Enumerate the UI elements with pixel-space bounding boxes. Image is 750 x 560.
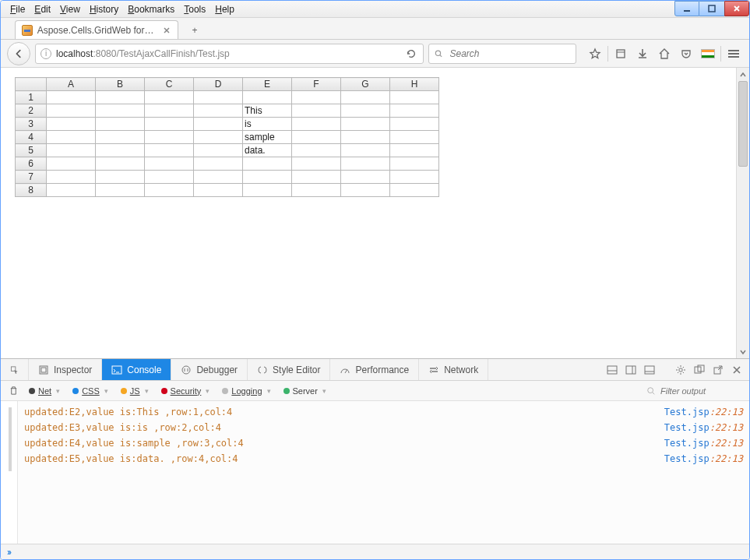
window-minimize-button[interactable]: [674, 1, 699, 16]
menu-help[interactable]: Help: [210, 4, 239, 15]
cell-F5[interactable]: [292, 144, 341, 157]
console-log-source-link[interactable]: Test.jsp:22:13: [664, 453, 743, 464]
grid-corner[interactable]: [16, 78, 47, 91]
column-header-H[interactable]: H: [390, 78, 439, 91]
cell-D4[interactable]: [194, 131, 243, 144]
console-clear-button[interactable]: [5, 386, 21, 396]
cell-H5[interactable]: [390, 144, 439, 157]
cell-C2[interactable]: [145, 104, 194, 118]
window-maximize-button[interactable]: [699, 1, 724, 16]
cell-H3[interactable]: [390, 118, 439, 131]
devtools-dock-split-button[interactable]: [606, 364, 618, 376]
cell-C1[interactable]: [145, 91, 194, 104]
cell-C6[interactable]: [145, 157, 194, 171]
cell-E3[interactable]: is: [243, 118, 292, 131]
cell-E7[interactable]: [243, 171, 292, 184]
cell-D2[interactable]: [194, 104, 243, 118]
cell-A7[interactable]: [47, 171, 96, 184]
cell-H7[interactable]: [390, 171, 439, 184]
cell-B8[interactable]: [96, 184, 145, 197]
console-log-source-link[interactable]: Test.jsp:22:13: [664, 407, 743, 417]
cell-C4[interactable]: [145, 131, 194, 144]
cell-H1[interactable]: [390, 91, 439, 104]
browser-tab[interactable]: Aspose.Cells.GridWeb for J...: [15, 20, 178, 39]
devtools-tab-network[interactable]: Network: [419, 359, 488, 380]
library-button[interactable]: [611, 44, 630, 63]
cell-B1[interactable]: [96, 91, 145, 104]
downloads-button[interactable]: [633, 44, 652, 63]
browser-search-input[interactable]: [449, 48, 572, 60]
devtools-popout-button[interactable]: [712, 364, 724, 376]
column-header-B[interactable]: B: [96, 78, 145, 91]
cell-D7[interactable]: [194, 171, 243, 184]
cell-G2[interactable]: [341, 104, 390, 118]
cell-F2[interactable]: [292, 104, 341, 118]
devtools-dock-bottom-button[interactable]: [643, 364, 656, 376]
filter-net[interactable]: Net▾: [24, 383, 65, 399]
url-bar[interactable]: i localhost:8080/TestAjaxCallFinish/Test…: [35, 44, 424, 64]
filter-logging[interactable]: Logging▾: [217, 383, 275, 399]
filter-js[interactable]: JS▾: [116, 383, 153, 399]
cell-G5[interactable]: [341, 144, 390, 157]
cell-E4[interactable]: sample: [243, 131, 292, 144]
devtools-dock-side-button[interactable]: [625, 364, 637, 376]
cell-H6[interactable]: [390, 157, 439, 171]
cell-D1[interactable]: [194, 91, 243, 104]
devtools-pick-element-button[interactable]: [1, 359, 29, 380]
menu-file[interactable]: File: [5, 4, 30, 15]
cell-D5[interactable]: [194, 144, 243, 157]
row-header-2[interactable]: 2: [16, 104, 47, 118]
scrollbar-thumb[interactable]: [738, 81, 748, 167]
devtools-tab-debugger[interactable]: Debugger: [171, 359, 248, 380]
new-tab-button[interactable]: +: [186, 22, 203, 39]
devtools-tab-console[interactable]: Console: [102, 359, 171, 380]
tab-close-button[interactable]: [162, 26, 171, 35]
cell-B7[interactable]: [96, 171, 145, 184]
bookmark-star-button[interactable]: [586, 44, 604, 63]
cell-H8[interactable]: [390, 184, 439, 197]
row-header-7[interactable]: 7: [16, 171, 47, 184]
devtools-settings-button[interactable]: [674, 364, 687, 376]
console-prompt-icon[interactable]: ››: [7, 547, 10, 558]
cell-F8[interactable]: [292, 184, 341, 197]
menu-history[interactable]: History: [85, 4, 123, 15]
cell-G6[interactable]: [341, 157, 390, 171]
column-header-E[interactable]: E: [243, 78, 292, 91]
browser-search-box[interactable]: [428, 44, 576, 64]
cell-A1[interactable]: [47, 91, 96, 104]
cell-B5[interactable]: [96, 144, 145, 157]
page-scrollbar[interactable]: [736, 68, 749, 358]
cell-B3[interactable]: [96, 118, 145, 131]
column-header-F[interactable]: F: [292, 78, 341, 91]
cell-F6[interactable]: [292, 157, 341, 171]
menu-bookmarks[interactable]: Bookmarks: [123, 4, 179, 15]
cell-C3[interactable]: [145, 118, 194, 131]
cell-D8[interactable]: [194, 184, 243, 197]
cell-G3[interactable]: [341, 118, 390, 131]
addon-flag-icon[interactable]: [699, 44, 717, 63]
cell-E1[interactable]: [243, 91, 292, 104]
console-log-source-link[interactable]: Test.jsp:22:13: [664, 422, 743, 433]
cell-E8[interactable]: [243, 184, 292, 197]
filter-server[interactable]: Server▾: [279, 383, 331, 399]
row-header-6[interactable]: 6: [16, 157, 47, 171]
cell-C7[interactable]: [145, 171, 194, 184]
cell-G7[interactable]: [341, 171, 390, 184]
cell-F4[interactable]: [292, 131, 341, 144]
nav-back-button[interactable]: [7, 42, 30, 65]
cell-G4[interactable]: [341, 131, 390, 144]
home-button[interactable]: [655, 44, 674, 63]
column-header-D[interactable]: D: [194, 78, 243, 91]
column-header-C[interactable]: C: [145, 78, 194, 91]
cell-C8[interactable]: [145, 184, 194, 197]
reload-button[interactable]: [403, 45, 420, 62]
cell-D6[interactable]: [194, 157, 243, 171]
cell-H4[interactable]: [390, 131, 439, 144]
cell-F3[interactable]: [292, 118, 341, 131]
devtools-tab-performance[interactable]: Performance: [330, 359, 419, 380]
cell-G8[interactable]: [341, 184, 390, 197]
cell-B6[interactable]: [96, 157, 145, 171]
devtools-close-button[interactable]: [731, 364, 743, 376]
cell-H2[interactable]: [390, 104, 439, 118]
row-header-4[interactable]: 4: [16, 131, 47, 144]
